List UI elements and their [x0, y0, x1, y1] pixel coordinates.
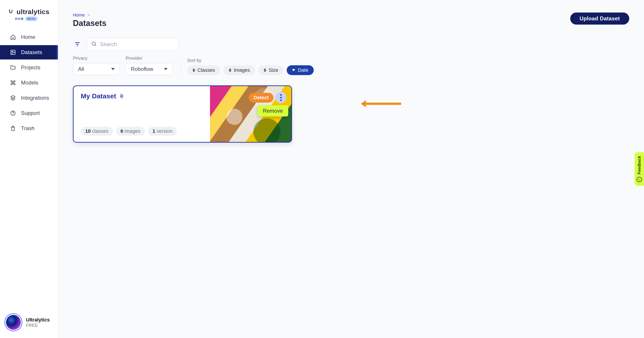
command-icon	[10, 80, 16, 86]
sort-chip-label: Date	[298, 67, 308, 73]
card-left: My Dataset 10 classes 6 images 1	[74, 86, 210, 142]
brand-hub: HUB	[15, 17, 24, 20]
dataset-title: My Dataset	[81, 92, 116, 100]
roboflow-icon	[119, 93, 124, 99]
breadcrumb: Home >	[73, 12, 106, 18]
brand-logo: ultralytics	[8, 8, 52, 16]
privacy-value: All	[78, 66, 84, 72]
svg-point-5	[92, 42, 95, 45]
sidebar-item-label: Models	[21, 80, 38, 86]
sidebar-item-label: Support	[21, 110, 40, 116]
breadcrumb-home[interactable]: Home	[73, 12, 85, 18]
sidebar-item-integrations[interactable]: Integrations	[0, 91, 58, 105]
sidebar-nav: Home Datasets Projects Models	[0, 30, 58, 307]
privacy-select[interactable]: All	[73, 63, 120, 75]
brand: ultralytics HUB BETA	[0, 5, 58, 30]
dataset-stats: 10 classes 6 images 1 version	[81, 127, 203, 136]
page-header: Home > Datasets Upload Dataset	[73, 12, 629, 28]
feedback-tab[interactable]: Feedback ☺	[634, 152, 644, 186]
chevron-down-icon	[111, 68, 115, 70]
avatar	[4, 314, 22, 331]
dataset-thumb-area: Detect Remove	[210, 86, 291, 142]
stat-value: 1	[152, 128, 155, 134]
feedback-label: Feedback	[637, 156, 642, 174]
remove-menu-item[interactable]: Remove	[258, 105, 288, 116]
stat-classes: 10 classes	[81, 127, 113, 136]
trash-icon	[10, 125, 16, 132]
provider-value: Roboflow	[131, 66, 153, 72]
kebab-icon	[280, 94, 282, 101]
stat-label: version	[156, 128, 172, 134]
sidebar-item-projects[interactable]: Projects	[0, 60, 58, 75]
main: Home > Datasets Upload Dataset Privacy A…	[58, 0, 644, 338]
page-title: Datasets	[73, 18, 106, 28]
breadcrumb-sep: >	[88, 12, 90, 18]
sort-chip-date[interactable]: Date	[287, 65, 314, 75]
brand-sub: HUB BETA	[15, 16, 52, 21]
sidebar-item-trash[interactable]: Trash	[0, 121, 58, 136]
svg-point-2	[12, 51, 13, 52]
sort-icon	[264, 68, 266, 72]
user-plan: FREE	[26, 323, 50, 328]
sidebar-item-label: Trash	[21, 125, 34, 132]
brand-beta: BETA	[25, 16, 37, 21]
logo-icon	[8, 9, 14, 15]
provider-label: Provider	[126, 56, 173, 61]
svg-point-0	[9, 10, 10, 11]
sidebar: ultralytics HUB BETA Home Datasets	[0, 0, 58, 338]
sidebar-user-label: Ultralytics FREE	[26, 317, 50, 328]
sort-chip-classes[interactable]: Classes	[187, 65, 220, 75]
search-input-wrap[interactable]	[87, 38, 179, 51]
svg-point-4	[13, 114, 13, 114]
sort-chip-label: Size	[268, 67, 278, 73]
sort-icon	[192, 68, 195, 72]
filter-icon[interactable]	[73, 40, 82, 49]
help-icon	[10, 110, 16, 116]
search-icon	[91, 41, 97, 48]
sort-chip-size[interactable]: Size	[258, 65, 284, 75]
sort-chip-row: Classes Images Size Date	[187, 65, 314, 75]
sidebar-item-models[interactable]: Models	[0, 76, 58, 90]
sidebar-item-label: Home	[21, 34, 35, 40]
search-input[interactable]	[100, 41, 175, 48]
chevron-down-icon	[164, 68, 168, 70]
divider	[181, 60, 181, 75]
image-icon	[10, 49, 16, 56]
dataset-title-row: My Dataset	[81, 92, 203, 100]
sort-chip-label: Images	[234, 67, 250, 73]
sidebar-item-label: Integrations	[21, 95, 49, 101]
sort-chip-label: Classes	[198, 67, 215, 73]
stat-version: 1 version	[148, 127, 177, 136]
sort-icon	[229, 68, 232, 72]
stat-value: 10	[85, 128, 90, 134]
upload-dataset-button[interactable]: Upload Dataset	[570, 12, 629, 24]
provider-filter: Provider Roboflow	[126, 56, 173, 75]
sidebar-item-label: Datasets	[21, 49, 42, 56]
stat-images: 6 images	[116, 127, 145, 136]
sidebar-item-home[interactable]: Home	[0, 30, 58, 44]
sidebar-item-label: Projects	[21, 64, 40, 71]
task-badge: Detect	[249, 93, 274, 102]
sidebar-user[interactable]: Ultralytics FREE	[0, 307, 58, 338]
sort-chip-images[interactable]: Images	[224, 65, 255, 75]
cards: My Dataset 10 classes 6 images 1	[73, 86, 629, 142]
brand-name: ultralytics	[16, 8, 50, 16]
dataset-card[interactable]: My Dataset 10 classes 6 images 1	[73, 86, 292, 142]
layers-icon	[10, 95, 16, 101]
provider-select[interactable]: Roboflow	[126, 63, 173, 75]
privacy-filter: Privacy All	[73, 56, 120, 75]
smile-icon: ☺	[636, 177, 642, 182]
stat-value: 6	[120, 128, 123, 134]
sortby-label: Sort by	[187, 58, 314, 63]
sidebar-item-support[interactable]: Support	[0, 106, 58, 120]
card-menu-button[interactable]	[275, 92, 286, 103]
sidebar-item-datasets[interactable]: Datasets	[0, 45, 58, 60]
privacy-label: Privacy	[73, 56, 120, 61]
sort-block: Sort by Classes Images Size Date	[187, 58, 314, 75]
stat-label: images	[124, 128, 140, 134]
filters-row: Privacy All Provider Roboflow Sort by Cl…	[73, 56, 629, 75]
toolbar	[73, 38, 629, 51]
folder-icon	[10, 64, 16, 71]
user-name: Ultralytics	[26, 317, 50, 323]
home-icon	[10, 34, 16, 40]
